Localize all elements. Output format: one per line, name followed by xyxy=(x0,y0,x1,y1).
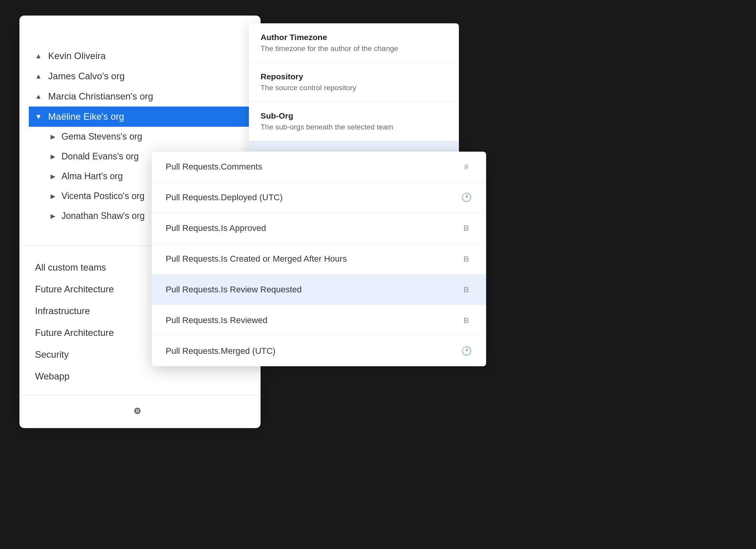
gear-icon: ⚙ xyxy=(133,406,142,416)
org-item-icon: ▼ xyxy=(35,113,42,121)
org-item-icon: ▶ xyxy=(51,173,55,180)
pr-item-badge: # xyxy=(460,163,472,171)
pr-item-label: Pull Requests.Is Review Requested xyxy=(166,285,302,295)
org-item-marcia[interactable]: ▲Marcia Christiansen's org xyxy=(35,86,245,107)
org-item-label: Jonathan Shaw's org xyxy=(61,211,145,221)
grouping-item-desc-author-timezone: The timezone for the author of the chang… xyxy=(261,44,447,53)
org-item-icon: ▶ xyxy=(51,212,55,220)
org-item-kevin[interactable]: ▲Kevin Oliveira xyxy=(35,46,245,66)
pr-item-badge: B xyxy=(460,255,472,264)
grouping-item-sub-org[interactable]: Sub-Org The sub-orgs beneath the selecte… xyxy=(249,102,459,141)
grouping-item-desc-repository: The source control repository xyxy=(261,84,447,92)
org-item-gema[interactable]: ▶Gema Stevens's org xyxy=(35,127,245,147)
org-item-label: Maëline Eike's org xyxy=(48,111,124,122)
pr-item-badge: 🕐 xyxy=(460,192,472,203)
pr-item-badge: B xyxy=(460,285,472,294)
pr-item-label: Pull Requests.Is Reviewed xyxy=(166,315,268,325)
org-item-label: Marcia Christiansen's org xyxy=(48,91,153,102)
pr-item-label: Pull Requests.Merged (UTC) xyxy=(166,346,275,356)
org-item-label: Kevin Oliveira xyxy=(48,51,106,61)
org-item-label: Gema Stevens's org xyxy=(61,131,142,142)
pr-item-pr-merged[interactable]: Pull Requests.Merged (UTC) 🕐 xyxy=(152,336,486,366)
org-item-icon: ▲ xyxy=(35,52,42,60)
pr-item-badge: 🕐 xyxy=(460,346,472,356)
org-item-icon: ▶ xyxy=(51,153,55,160)
org-item-label: Vicenta Postico's org xyxy=(61,191,145,201)
grouping-item-title-sub-org: Sub-Org xyxy=(261,111,447,121)
org-item-label: James Calvo's org xyxy=(48,71,125,82)
org-item-label: Donald Evans's org xyxy=(61,151,139,162)
pr-items-list: Pull Requests.Comments # Pull Requests.D… xyxy=(152,152,486,366)
org-item-label: Alma Hart's org xyxy=(61,171,123,182)
org-item-icon: ▲ xyxy=(35,72,42,80)
pr-item-label: Pull Requests.Is Created or Merged After… xyxy=(166,254,347,264)
pr-item-pr-deployed[interactable]: Pull Requests.Deployed (UTC) 🕐 xyxy=(152,182,486,213)
grouping-item-title-repository: Repository xyxy=(261,72,447,81)
configure-btn-bar: ⚙ xyxy=(19,395,261,416)
grouping-item-repository[interactable]: Repository The source control repository xyxy=(249,63,459,102)
org-item-icon: ▶ xyxy=(51,192,55,200)
pr-item-pr-created-merged[interactable]: Pull Requests.Is Created or Merged After… xyxy=(152,244,486,274)
pr-item-pr-reviewed[interactable]: Pull Requests.Is Reviewed B xyxy=(152,305,486,336)
grouping-item-desc-sub-org: The sub-orgs beneath the selected team xyxy=(261,123,447,131)
pr-item-pr-approved[interactable]: Pull Requests.Is Approved B xyxy=(152,213,486,244)
pr-item-pr-comments[interactable]: Pull Requests.Comments # xyxy=(152,152,486,182)
grouping-item-author-timezone[interactable]: Author Timezone The timezone for the aut… xyxy=(249,23,459,63)
configure-default-team-button[interactable]: ⚙ xyxy=(133,406,147,416)
pr-item-label: Pull Requests.Is Approved xyxy=(166,223,266,233)
grouping-item-title-author-timezone: Author Timezone xyxy=(261,33,447,42)
pull-requests-card: Pull Requests.Comments # Pull Requests.D… xyxy=(152,152,486,366)
pr-item-badge: B xyxy=(460,316,472,325)
org-item-icon: ▶ xyxy=(51,133,55,140)
pr-item-label: Pull Requests.Comments xyxy=(166,162,262,172)
pr-item-label: Pull Requests.Deployed (UTC) xyxy=(166,192,283,203)
org-item-icon: ▲ xyxy=(35,93,42,101)
custom-team-item-webapp[interactable]: Webapp xyxy=(35,365,245,387)
scene: ▲Kevin Oliveira▲James Calvo's org▲Marcia… xyxy=(0,0,756,549)
org-item-maeline[interactable]: ▼Maëline Eike's org xyxy=(29,107,251,127)
pr-item-badge: B xyxy=(460,224,472,233)
org-item-james[interactable]: ▲James Calvo's org xyxy=(35,66,245,86)
pr-item-pr-review-requested[interactable]: Pull Requests.Is Review Requested B xyxy=(152,274,486,305)
